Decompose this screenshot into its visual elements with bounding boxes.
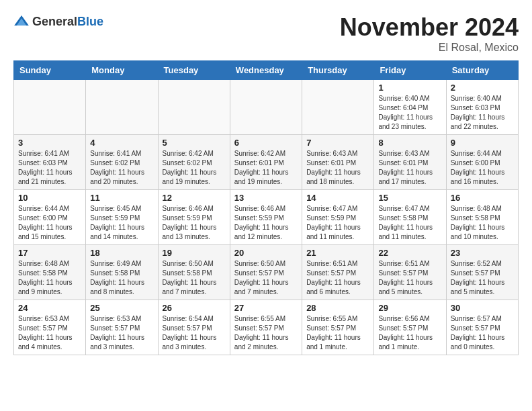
day-info: Sunrise: 6:54 AM Sunset: 5:57 PM Dayligh… <box>163 314 226 352</box>
calendar-cell: 13Sunrise: 6:46 AM Sunset: 5:59 PM Dayli… <box>230 190 302 245</box>
calendar-cell: 3Sunrise: 6:41 AM Sunset: 6:03 PM Daylig… <box>14 135 86 190</box>
calendar-cell: 19Sunrise: 6:50 AM Sunset: 5:58 PM Dayli… <box>158 245 230 300</box>
day-info: Sunrise: 6:41 AM Sunset: 6:03 PM Dayligh… <box>18 149 81 187</box>
weekday-header: Wednesday <box>230 61 302 80</box>
weekday-header: Thursday <box>302 61 374 80</box>
day-info: Sunrise: 6:53 AM Sunset: 5:57 PM Dayligh… <box>90 314 153 352</box>
day-info: Sunrise: 6:41 AM Sunset: 6:02 PM Dayligh… <box>90 149 153 187</box>
calendar-cell: 5Sunrise: 6:42 AM Sunset: 6:02 PM Daylig… <box>158 135 230 190</box>
day-number: 13 <box>234 193 298 203</box>
day-number: 26 <box>163 303 226 313</box>
calendar-cell: 28Sunrise: 6:55 AM Sunset: 5:57 PM Dayli… <box>302 300 374 355</box>
calendar-cell: 11Sunrise: 6:45 AM Sunset: 5:59 PM Dayli… <box>86 190 158 245</box>
calendar-cell: 24Sunrise: 6:53 AM Sunset: 5:57 PM Dayli… <box>14 300 86 355</box>
weekday-header: Saturday <box>446 61 518 80</box>
day-number: 23 <box>451 248 514 258</box>
calendar-cell: 4Sunrise: 6:41 AM Sunset: 6:02 PM Daylig… <box>86 135 158 190</box>
calendar-cell: 20Sunrise: 6:50 AM Sunset: 5:57 PM Dayli… <box>230 245 302 300</box>
calendar-week-row: 17Sunrise: 6:48 AM Sunset: 5:58 PM Dayli… <box>14 245 519 300</box>
day-number: 11 <box>90 193 153 203</box>
calendar-table: SundayMondayTuesdayWednesdayThursdayFrid… <box>13 60 519 355</box>
day-info: Sunrise: 6:48 AM Sunset: 5:58 PM Dayligh… <box>18 259 81 297</box>
calendar-cell: 15Sunrise: 6:47 AM Sunset: 5:58 PM Dayli… <box>374 190 446 245</box>
calendar-cell: 12Sunrise: 6:46 AM Sunset: 5:59 PM Dayli… <box>158 190 230 245</box>
logo-icon <box>13 13 30 30</box>
day-info: Sunrise: 6:55 AM Sunset: 5:57 PM Dayligh… <box>234 314 298 352</box>
day-number: 7 <box>306 138 369 148</box>
calendar-cell <box>86 80 158 135</box>
calendar-cell: 25Sunrise: 6:53 AM Sunset: 5:57 PM Dayli… <box>86 300 158 355</box>
day-number: 17 <box>18 248 81 258</box>
day-info: Sunrise: 6:57 AM Sunset: 5:57 PM Dayligh… <box>451 314 514 352</box>
calendar-cell: 7Sunrise: 6:43 AM Sunset: 6:01 PM Daylig… <box>302 135 374 190</box>
day-number: 25 <box>90 303 153 313</box>
day-info: Sunrise: 6:48 AM Sunset: 5:58 PM Dayligh… <box>451 204 514 242</box>
day-info: Sunrise: 6:46 AM Sunset: 5:59 PM Dayligh… <box>163 204 226 242</box>
calendar-week-row: 24Sunrise: 6:53 AM Sunset: 5:57 PM Dayli… <box>14 300 519 355</box>
calendar-cell: 29Sunrise: 6:56 AM Sunset: 5:57 PM Dayli… <box>374 300 446 355</box>
day-number: 27 <box>234 303 298 313</box>
day-info: Sunrise: 6:43 AM Sunset: 6:01 PM Dayligh… <box>378 149 441 187</box>
logo-text-general: General <box>32 15 77 28</box>
calendar-week-row: 1Sunrise: 6:40 AM Sunset: 6:04 PM Daylig… <box>14 80 519 135</box>
calendar-cell: 27Sunrise: 6:55 AM Sunset: 5:57 PM Dayli… <box>230 300 302 355</box>
day-info: Sunrise: 6:42 AM Sunset: 6:02 PM Dayligh… <box>163 149 226 187</box>
calendar-cell: 22Sunrise: 6:51 AM Sunset: 5:57 PM Dayli… <box>374 245 446 300</box>
day-number: 28 <box>306 303 369 313</box>
day-number: 18 <box>90 248 153 258</box>
calendar-cell: 26Sunrise: 6:54 AM Sunset: 5:57 PM Dayli… <box>158 300 230 355</box>
day-number: 30 <box>451 303 514 313</box>
page-header: GeneralBlue November 2024 El Rosal, Mexi… <box>13 13 519 54</box>
day-info: Sunrise: 6:50 AM Sunset: 5:58 PM Dayligh… <box>163 259 226 297</box>
calendar-cell: 10Sunrise: 6:44 AM Sunset: 6:00 PM Dayli… <box>14 190 86 245</box>
calendar-cell: 16Sunrise: 6:48 AM Sunset: 5:58 PM Dayli… <box>446 190 518 245</box>
day-info: Sunrise: 6:46 AM Sunset: 5:59 PM Dayligh… <box>234 204 298 242</box>
calendar-cell <box>158 80 230 135</box>
day-info: Sunrise: 6:44 AM Sunset: 6:00 PM Dayligh… <box>451 149 514 187</box>
month-title: November 2024 <box>340 13 519 42</box>
day-info: Sunrise: 6:50 AM Sunset: 5:57 PM Dayligh… <box>234 259 298 297</box>
day-info: Sunrise: 6:40 AM Sunset: 6:03 PM Dayligh… <box>451 94 514 132</box>
calendar-week-row: 3Sunrise: 6:41 AM Sunset: 6:03 PM Daylig… <box>14 135 519 190</box>
calendar-week-row: 10Sunrise: 6:44 AM Sunset: 6:00 PM Dayli… <box>14 190 519 245</box>
day-info: Sunrise: 6:44 AM Sunset: 6:00 PM Dayligh… <box>18 204 81 242</box>
day-number: 21 <box>306 248 369 258</box>
day-info: Sunrise: 6:56 AM Sunset: 5:57 PM Dayligh… <box>378 314 441 352</box>
calendar-cell: 8Sunrise: 6:43 AM Sunset: 6:01 PM Daylig… <box>374 135 446 190</box>
weekday-header: Friday <box>374 61 446 80</box>
day-info: Sunrise: 6:51 AM Sunset: 5:57 PM Dayligh… <box>306 259 369 297</box>
day-info: Sunrise: 6:49 AM Sunset: 5:58 PM Dayligh… <box>90 259 153 297</box>
day-number: 24 <box>18 303 81 313</box>
day-info: Sunrise: 6:51 AM Sunset: 5:57 PM Dayligh… <box>378 259 441 297</box>
calendar-cell: 1Sunrise: 6:40 AM Sunset: 6:04 PM Daylig… <box>374 80 446 135</box>
day-number: 22 <box>378 248 441 258</box>
day-number: 5 <box>163 138 226 148</box>
day-number: 6 <box>234 138 298 148</box>
day-number: 20 <box>234 248 298 258</box>
logo-text-blue: Blue <box>77 15 103 28</box>
calendar-cell: 2Sunrise: 6:40 AM Sunset: 6:03 PM Daylig… <box>446 80 518 135</box>
calendar-cell <box>230 80 302 135</box>
day-number: 9 <box>451 138 514 148</box>
calendar-cell: 17Sunrise: 6:48 AM Sunset: 5:58 PM Dayli… <box>14 245 86 300</box>
day-number: 19 <box>163 248 226 258</box>
calendar-cell: 30Sunrise: 6:57 AM Sunset: 5:57 PM Dayli… <box>446 300 518 355</box>
day-info: Sunrise: 6:47 AM Sunset: 5:59 PM Dayligh… <box>306 204 369 242</box>
calendar-cell: 14Sunrise: 6:47 AM Sunset: 5:59 PM Dayli… <box>302 190 374 245</box>
day-info: Sunrise: 6:47 AM Sunset: 5:58 PM Dayligh… <box>378 204 441 242</box>
day-info: Sunrise: 6:52 AM Sunset: 5:57 PM Dayligh… <box>451 259 514 297</box>
calendar-cell: 21Sunrise: 6:51 AM Sunset: 5:57 PM Dayli… <box>302 245 374 300</box>
day-number: 16 <box>451 193 514 203</box>
weekday-header-row: SundayMondayTuesdayWednesdayThursdayFrid… <box>14 61 519 80</box>
calendar-cell: 6Sunrise: 6:42 AM Sunset: 6:01 PM Daylig… <box>230 135 302 190</box>
title-area: November 2024 El Rosal, Mexico <box>340 13 519 54</box>
calendar-cell: 23Sunrise: 6:52 AM Sunset: 5:57 PM Dayli… <box>446 245 518 300</box>
day-number: 12 <box>163 193 226 203</box>
calendar-cell <box>302 80 374 135</box>
weekday-header: Sunday <box>14 61 86 80</box>
logo: GeneralBlue <box>13 13 103 30</box>
weekday-header: Monday <box>86 61 158 80</box>
day-number: 3 <box>18 138 81 148</box>
day-number: 1 <box>378 83 441 93</box>
day-number: 14 <box>306 193 369 203</box>
